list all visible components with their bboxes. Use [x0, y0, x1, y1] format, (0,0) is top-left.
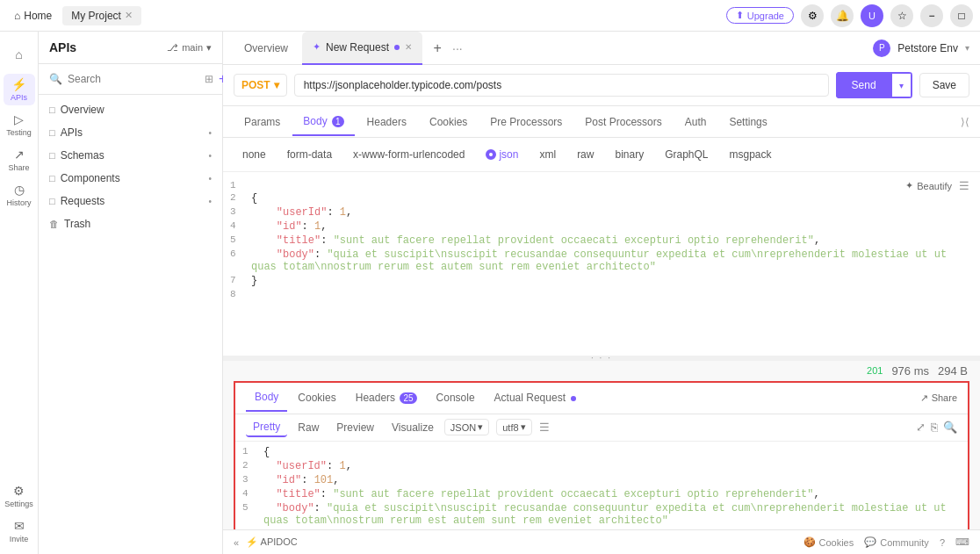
- tab-new-request-label: New Request: [326, 41, 389, 54]
- sidebar-item-invite[interactable]: ✉ Invite: [4, 515, 35, 547]
- body-type-none[interactable]: none: [234, 145, 275, 164]
- sidebar-item-home[interactable]: ⌂: [4, 39, 35, 70]
- body-type-graphql[interactable]: GraphQL: [656, 145, 717, 164]
- tab-new-request[interactable]: ✦ New Request ✕: [302, 32, 422, 65]
- share-button[interactable]: ↗ Share: [920, 392, 957, 404]
- body-type-urlencoded[interactable]: x-www-form-urlencoded: [344, 145, 473, 164]
- trash-icon: 🗑: [49, 219, 59, 229]
- tab-headers[interactable]: Headers: [357, 109, 417, 135]
- send-button[interactable]: Send: [836, 72, 892, 98]
- tab-cookies[interactable]: Cookies: [419, 109, 478, 135]
- code-line-8: 8: [223, 288, 980, 300]
- body-type-json[interactable]: json: [477, 145, 527, 164]
- code-line-4: 4 "id": 1,: [223, 219, 980, 234]
- response-tab-body[interactable]: Body: [246, 384, 287, 412]
- sidebar-panel-title: APIs: [49, 40, 76, 54]
- community-button[interactable]: 💬 Community: [864, 536, 929, 548]
- home-icon: ⌂: [14, 10, 20, 22]
- nav-item-requests[interactable]: □ Requests •: [39, 190, 222, 212]
- env-chevron[interactable]: ▾: [965, 43, 969, 53]
- search-input[interactable]: [68, 73, 199, 85]
- upgrade-button[interactable]: ⬆ Upgrade: [726, 7, 794, 24]
- maximize-button[interactable]: □: [950, 4, 973, 27]
- body-type-binary[interactable]: binary: [606, 145, 652, 164]
- nav-item-overview[interactable]: □ Overview: [39, 98, 222, 121]
- editor-menu-icon[interactable]: ☰: [959, 179, 969, 192]
- collapse-sidebar-button[interactable]: « ⚡ APIDOC: [234, 536, 298, 548]
- format-menu-icon[interactable]: ☰: [539, 421, 550, 434]
- code-line-1: 1: [223, 179, 980, 191]
- project-tab[interactable]: My Project ✕: [62, 6, 141, 25]
- response-tab-cookies[interactable]: Cookies: [289, 385, 344, 411]
- json-format-selector[interactable]: JSON ▾: [444, 419, 489, 435]
- copy-icon[interactable]: ⎘: [931, 421, 938, 434]
- beautify-button[interactable]: ✦ Beautify: [905, 180, 952, 191]
- response-tab-console[interactable]: Console: [428, 385, 484, 411]
- tab-body[interactable]: Body 1: [292, 108, 354, 136]
- apis-arrow-icon: •: [208, 128, 212, 138]
- tab-params[interactable]: Params: [234, 109, 291, 135]
- new-request-icon: ✦: [313, 41, 321, 53]
- close-project-icon[interactable]: ✕: [125, 10, 133, 21]
- settings-icon-button[interactable]: ⚙: [801, 4, 824, 27]
- format-pretty[interactable]: Pretty: [246, 418, 287, 437]
- tab-auth[interactable]: Auth: [674, 109, 717, 135]
- tab-settings[interactable]: Settings: [718, 109, 777, 135]
- branch-selector[interactable]: ⎇ main ▾: [167, 42, 212, 54]
- encoding-selector[interactable]: utf8 ▾: [496, 419, 531, 435]
- home-tab[interactable]: ⌂ Home: [7, 6, 59, 25]
- nav-item-apis[interactable]: □ APIs •: [39, 121, 222, 144]
- url-input[interactable]: [294, 74, 829, 97]
- bottom-bar: « ⚡ APIDOC 🍪 Cookies 💬 Community ? ⌨: [223, 529, 980, 554]
- filter-icon[interactable]: ⊞: [205, 73, 213, 85]
- sidebar-item-history[interactable]: ◷ History: [4, 179, 35, 211]
- body-type-msgpack[interactable]: msgpack: [721, 145, 781, 164]
- body-type-raw[interactable]: raw: [568, 145, 602, 164]
- keyboard-button[interactable]: ⌨: [955, 536, 969, 548]
- help-button[interactable]: ?: [940, 537, 945, 548]
- tab-post-processors[interactable]: Post Processors: [574, 109, 672, 135]
- format-preview[interactable]: Preview: [329, 419, 381, 436]
- close-tab-icon[interactable]: ✕: [405, 42, 412, 52]
- search-response-icon[interactable]: 🔍: [943, 421, 957, 434]
- save-button[interactable]: Save: [919, 73, 969, 97]
- upgrade-icon: ⬆: [736, 10, 744, 21]
- response-body: 1 { 2 "userId": 1, 3 "id": 101, 4: [235, 442, 968, 530]
- sidebar-item-settings[interactable]: ⚙ Settings: [4, 480, 35, 512]
- add-tab-button[interactable]: +: [426, 37, 449, 60]
- unsaved-dot: [394, 45, 400, 50]
- format-raw[interactable]: Raw: [291, 419, 326, 436]
- collapse-button[interactable]: ⟩⟨: [961, 116, 969, 128]
- body-type-form-data[interactable]: form-data: [278, 145, 341, 164]
- minimize-button[interactable]: −: [920, 4, 943, 27]
- sidebar-item-apis[interactable]: ⚡ APIs: [4, 74, 35, 105]
- star-icon-button[interactable]: ☆: [890, 4, 913, 27]
- expand-icon[interactable]: ⤢: [916, 421, 926, 434]
- sidebar-item-share[interactable]: ↗ Share: [4, 144, 35, 176]
- tab-pre-processors[interactable]: Pre Processors: [479, 109, 573, 135]
- help-icon: ?: [940, 537, 945, 548]
- body-type-xml[interactable]: xml: [530, 145, 565, 164]
- format-visualize[interactable]: Visualize: [385, 419, 441, 436]
- json-radio: [486, 149, 496, 160]
- nav-item-trash[interactable]: 🗑 Trash: [39, 212, 222, 235]
- response-tab-headers[interactable]: Headers 25: [347, 385, 426, 411]
- code-line-7: 7 }: [223, 274, 980, 288]
- nav-item-components[interactable]: □ Components •: [39, 167, 222, 190]
- sidebar-search: 🔍 ⊞ +: [39, 64, 222, 95]
- requests-arrow-icon: •: [208, 197, 212, 206]
- method-selector[interactable]: POST ▾: [234, 74, 287, 97]
- env-selector-area: P Petstore Env ▾: [873, 40, 969, 57]
- bell-icon-button[interactable]: 🔔: [831, 4, 854, 27]
- more-tabs-button[interactable]: ···: [452, 41, 463, 55]
- nav-item-schemas[interactable]: □ Schemas •: [39, 144, 222, 167]
- response-tabs-bar: Body Cookies Headers 25 Console Actual R…: [235, 383, 968, 414]
- editor-area[interactable]: ✦ Beautify ☰ 1 2 { 3 "userId": 1,: [223, 172, 980, 356]
- sidebar-item-testing[interactable]: ▷ Testing: [4, 109, 35, 140]
- method-chevron: ▾: [274, 79, 279, 91]
- avatar[interactable]: U: [861, 4, 883, 27]
- response-tab-actual-request[interactable]: Actual Request: [486, 385, 586, 411]
- cookies-button[interactable]: 🍪 Cookies: [803, 536, 854, 548]
- tab-overview[interactable]: Overview: [234, 32, 299, 65]
- send-dropdown-button[interactable]: ▾: [892, 72, 912, 98]
